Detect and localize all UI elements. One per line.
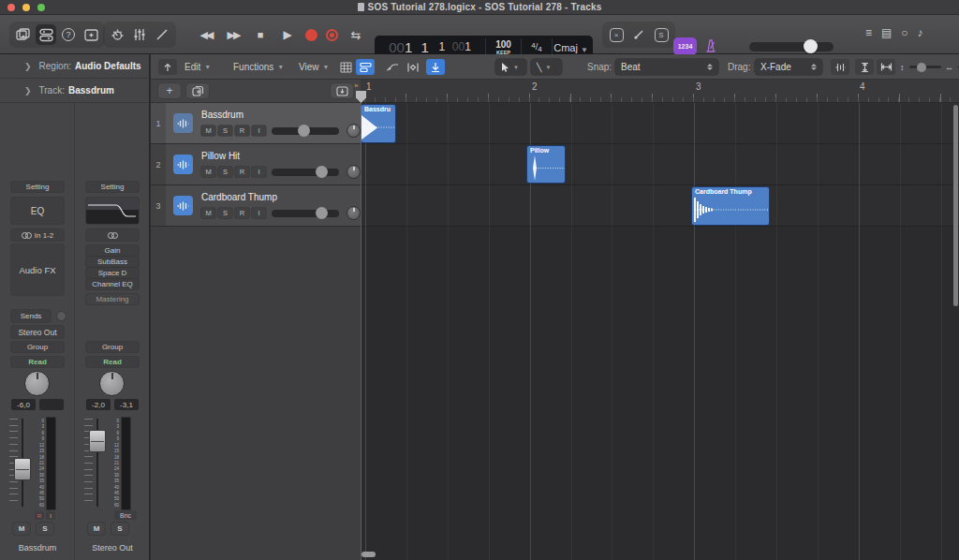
- list-editors-icon[interactable]: ≡: [865, 26, 872, 39]
- track-name[interactable]: Bassdrum: [201, 110, 243, 120]
- replace-mode-icon[interactable]: ×: [606, 24, 627, 45]
- automation-view-icon[interactable]: [383, 59, 402, 75]
- record-button[interactable]: [305, 29, 317, 41]
- plugin-slot-bypassed[interactable]: Mastering: [86, 294, 139, 304]
- stereo-format-icon[interactable]: [108, 232, 118, 239]
- setting-button[interactable]: Setting: [11, 182, 64, 192]
- output-slot[interactable]: Stereo Out: [11, 326, 64, 338]
- vertical-zoom-icon[interactable]: [855, 59, 874, 75]
- left-click-tool-selector[interactable]: ▼: [495, 59, 526, 75]
- audio-fx-slot[interactable]: Audio FX: [11, 244, 64, 295]
- record-enable-button[interactable]: R: [235, 167, 249, 177]
- record-enable-button[interactable]: R: [235, 125, 249, 136]
- snap-dropdown[interactable]: Beat: [615, 59, 718, 75]
- solo-button[interactable]: S: [218, 167, 232, 177]
- region-cardboard-thump[interactable]: Cardboard Thump: [691, 186, 770, 226]
- lcd-mode-chevron-icon[interactable]: ▼: [581, 46, 588, 54]
- mixer-icon[interactable]: [129, 24, 150, 45]
- mute-button[interactable]: M: [201, 125, 215, 136]
- editors-icon[interactable]: [152, 24, 172, 45]
- add-track-button[interactable]: +: [158, 83, 181, 98]
- browsers-icon[interactable]: ♪: [918, 26, 923, 39]
- flex-view-icon[interactable]: [404, 59, 422, 75]
- duplicate-track-button[interactable]: [186, 83, 209, 98]
- track-header-bassdrum[interactable]: 1 Bassdrum M S R I: [151, 103, 361, 144]
- track-name[interactable]: Pillow Hit: [201, 151, 240, 161]
- region-bassdrum[interactable]: Bassdru: [361, 104, 396, 143]
- fader-cap[interactable]: [14, 458, 31, 480]
- functions-menu[interactable]: Functions▼: [233, 59, 284, 75]
- note-pads-icon[interactable]: ▤: [881, 26, 892, 39]
- track-pan-knob[interactable]: [347, 206, 361, 220]
- solo-button[interactable]: S: [218, 208, 232, 218]
- track-volume-slider[interactable]: [272, 127, 339, 135]
- disclosure-chevron-icon[interactable]: ❯: [24, 62, 32, 71]
- group-slot[interactable]: Group: [86, 342, 139, 352]
- bounce-button[interactable]: Bnc: [114, 510, 137, 520]
- track-header-cardboard-thump[interactable]: 3 Cardboard Thump M S R I: [151, 185, 361, 227]
- fader-cap[interactable]: [89, 430, 106, 452]
- eq-thumbnail[interactable]: [86, 198, 139, 224]
- capture-recording-button[interactable]: [326, 29, 338, 41]
- view-menu[interactable]: View▼: [299, 59, 329, 75]
- solo-button[interactable]: S: [111, 523, 128, 535]
- record-enable-button[interactable]: R: [235, 208, 249, 218]
- track-lanes-view-icon[interactable]: [356, 59, 375, 75]
- volume-value[interactable]: -3,1: [114, 399, 139, 410]
- mute-button[interactable]: M: [13, 523, 30, 535]
- vertical-scrollbar[interactable]: [953, 105, 958, 306]
- volume-slider-knob[interactable]: [804, 39, 818, 53]
- track-name[interactable]: Cardboard Thump: [201, 192, 277, 202]
- track-volume-slider[interactable]: [272, 169, 339, 176]
- count-in-button[interactable]: 1234: [673, 37, 697, 55]
- rewind-icon[interactable]: ◀◀: [197, 29, 215, 41]
- group-slot[interactable]: Group: [11, 342, 64, 352]
- pan-knob[interactable]: [24, 371, 50, 396]
- solo-button[interactable]: S: [37, 523, 53, 535]
- track-inspector-header[interactable]: ❯ Track:Bassdrum: [0, 79, 149, 103]
- volume-value[interactable]: [39, 399, 64, 410]
- horizontal-scrollbar[interactable]: [361, 552, 376, 557]
- mute-button[interactable]: M: [201, 167, 215, 177]
- edit-menu[interactable]: Edit▼: [184, 59, 211, 75]
- plugin-slot[interactable]: Channel EQ: [86, 279, 139, 289]
- toolbar-toggle-icon[interactable]: [81, 24, 101, 45]
- solo-button[interactable]: S: [218, 125, 232, 136]
- hidden-ruler-chevron-icon[interactable]: »: [354, 81, 358, 90]
- smart-controls-icon[interactable]: [107, 24, 127, 45]
- track-volume-slider[interactable]: [272, 210, 339, 217]
- track-header-pillow-hit[interactable]: 2 Pillow Hit M S R I: [151, 144, 361, 185]
- input-slot[interactable]: [86, 229, 139, 241]
- cycle-icon[interactable]: ⇆: [347, 28, 365, 42]
- input-monitoring-button[interactable]: I: [252, 208, 266, 218]
- region-inspector-header[interactable]: ❯ Region:Audio Defaults: [0, 54, 149, 79]
- send-knob[interactable]: [56, 311, 66, 321]
- quick-help-icon[interactable]: ?: [58, 24, 79, 45]
- record-enable-button[interactable]: R: [35, 511, 44, 520]
- loop-browser-icon[interactable]: ○: [901, 26, 907, 39]
- input-monitoring-button[interactable]: I: [46, 511, 55, 520]
- disclosure-chevron-icon[interactable]: ❯: [24, 86, 32, 96]
- plugin-slot[interactable]: SubBass: [86, 257, 139, 267]
- track-lanes-area[interactable]: [361, 103, 959, 560]
- track-pan-knob[interactable]: [347, 124, 361, 138]
- input-slot[interactable]: In 1-2: [11, 229, 64, 241]
- bar-ruler[interactable]: 1 2 3 4: [361, 80, 959, 103]
- eq-slot[interactable]: EQ: [11, 198, 64, 224]
- input-monitoring-button[interactable]: I: [252, 167, 266, 177]
- library-icon[interactable]: [13, 24, 34, 45]
- forward-icon[interactable]: ▶▶: [224, 29, 243, 41]
- drag-dropdown[interactable]: X-Fade: [755, 59, 822, 75]
- track-pan-knob[interactable]: [347, 165, 361, 179]
- automation-mode-button[interactable]: Read: [86, 357, 139, 367]
- master-volume-slider[interactable]: [749, 42, 834, 52]
- hierarchy-up-icon[interactable]: [158, 59, 177, 75]
- setting-button[interactable]: Setting: [86, 182, 139, 192]
- sends-slot[interactable]: Sends: [11, 310, 51, 322]
- command-click-tool-selector[interactable]: ╲ ▼: [531, 59, 562, 75]
- stereo-format-icon[interactable]: [22, 232, 32, 239]
- mute-button[interactable]: M: [88, 523, 105, 535]
- play-icon[interactable]: ▶: [278, 28, 297, 41]
- tuner-icon[interactable]: [628, 24, 649, 45]
- vertical-zoom-slider[interactable]: [909, 66, 941, 68]
